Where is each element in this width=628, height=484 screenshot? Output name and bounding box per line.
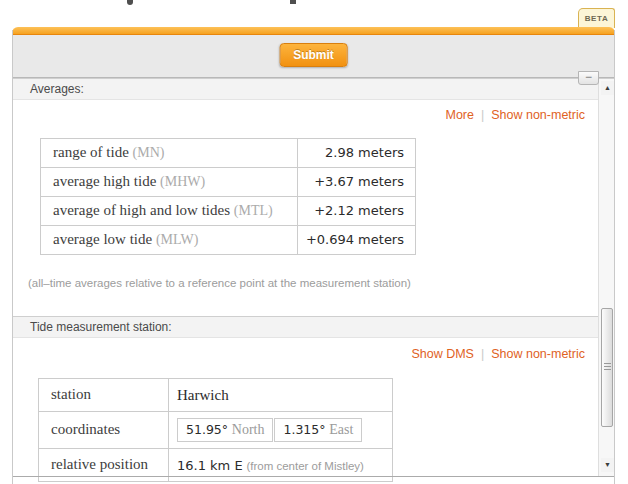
clipped-text-artifact bbox=[290, 0, 296, 4]
row-label: range of tide bbox=[53, 144, 133, 160]
longitude-box: 1.315° East bbox=[274, 418, 362, 442]
station-name: Harwich bbox=[169, 379, 393, 412]
table-row: station Harwich bbox=[39, 379, 393, 412]
show-dms-link[interactable]: Show DMS bbox=[411, 347, 474, 361]
row-abbreviation: (MN) bbox=[133, 145, 165, 160]
longitude-value: 1.315° bbox=[283, 422, 325, 437]
scroll-up-icon[interactable]: ▲ bbox=[601, 81, 614, 95]
row-abbreviation: (MHW) bbox=[160, 174, 205, 189]
table-row: average of high and low tides (MTL) +2.1… bbox=[41, 197, 416, 226]
row-label: average of high and low tides bbox=[53, 202, 234, 218]
station-section-header: Tide measurement station: bbox=[13, 316, 614, 338]
more-link[interactable]: More bbox=[445, 108, 473, 122]
beta-badge: BETA bbox=[578, 8, 615, 28]
table-row: range of tide (MN) 2.98 meters bbox=[41, 139, 416, 168]
row-label: coordinates bbox=[39, 412, 169, 449]
link-separator: | bbox=[481, 108, 484, 122]
row-value: 2.98 meters bbox=[298, 139, 416, 168]
pod-bottom-border bbox=[13, 476, 614, 477]
submit-area: Submit bbox=[13, 35, 614, 78]
row-abbreviation: (MTL) bbox=[234, 203, 273, 218]
latitude-value: 51.95° bbox=[186, 422, 228, 437]
averages-section-header: Averages: bbox=[13, 78, 614, 100]
row-label: average low tide bbox=[53, 231, 156, 247]
vertical-scrollbar[interactable]: ▲ ▼ bbox=[598, 79, 614, 476]
longitude-direction: East bbox=[329, 422, 353, 437]
scrollbar-thumb[interactable] bbox=[601, 308, 613, 427]
show-non-metric-link[interactable]: Show non-metric bbox=[491, 108, 585, 122]
relative-position-note: (from center of Mistley) bbox=[246, 460, 364, 472]
latitude-box: 51.95° North bbox=[177, 418, 273, 442]
collapse-pod-button[interactable]: − bbox=[578, 71, 599, 85]
row-value: +2.12 meters bbox=[298, 197, 416, 226]
row-label: station bbox=[39, 379, 169, 412]
row-label: average high tide bbox=[53, 173, 160, 189]
scroll-down-icon[interactable]: ▼ bbox=[601, 458, 614, 472]
averages-links: More|Show non-metric bbox=[445, 108, 585, 122]
link-separator: | bbox=[481, 347, 484, 361]
clipped-text-artifact bbox=[127, 0, 133, 5]
latitude-direction: North bbox=[232, 422, 265, 437]
scrollbar-grip-icon bbox=[604, 363, 611, 364]
table-row: coordinates 51.95° North1.315° East bbox=[39, 412, 393, 449]
station-table: station Harwich coordinates 51.95° North… bbox=[38, 378, 393, 482]
show-non-metric-link[interactable]: Show non-metric bbox=[491, 347, 585, 361]
row-value: +3.67 meters bbox=[298, 168, 416, 197]
averages-footnote: (all–time averages relative to a referen… bbox=[28, 277, 411, 289]
table-row: average low tide (MLW) +0.694 meters bbox=[41, 226, 416, 255]
averages-table: range of tide (MN) 2.98 meters average h… bbox=[40, 138, 416, 255]
row-value: +0.694 meters bbox=[298, 226, 416, 255]
relative-position-value: 16.1 km E bbox=[177, 458, 243, 473]
station-links: Show DMS|Show non-metric bbox=[411, 347, 585, 361]
submit-button[interactable]: Submit bbox=[279, 43, 348, 67]
tide-widget: BETA Submit − Averages: More|Show non-me… bbox=[0, 0, 628, 484]
table-row: average high tide (MHW) +3.67 meters bbox=[41, 168, 416, 197]
row-abbreviation: (MLW) bbox=[156, 232, 199, 247]
